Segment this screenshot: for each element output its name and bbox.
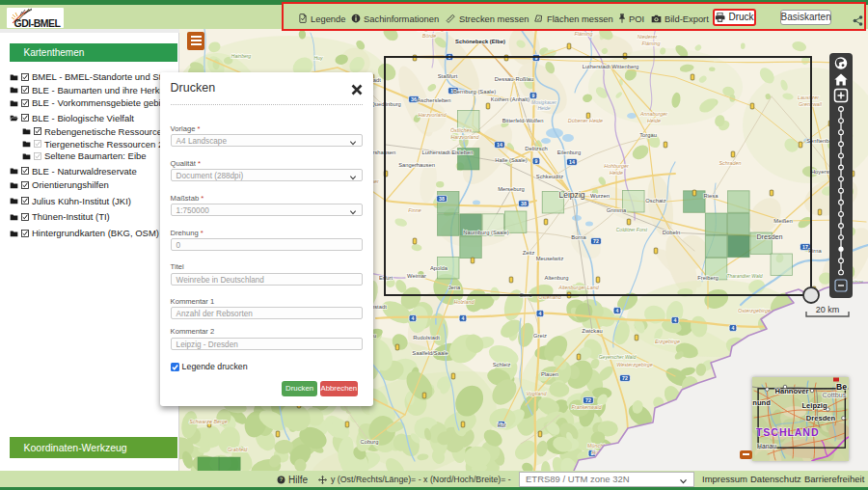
svg-text:Westerzgebirge: Westerzgebirge — [616, 362, 653, 368]
svg-text:Lausitzer: Lausitzer — [798, 95, 819, 100]
svg-text:4: 4 — [539, 311, 542, 316]
svg-text:Lutherstadt Wittenberg: Lutherstadt Wittenberg — [583, 64, 639, 69]
svg-text:38: 38 — [521, 201, 527, 206]
svg-text:Naumburg (Saale): Naumburg (Saale) — [463, 230, 508, 235]
svg-text:Leipzig: Leipzig — [558, 190, 584, 200]
svg-text:Fläming: Fläming — [574, 31, 592, 37]
svg-text:Torgau: Torgau — [639, 132, 657, 138]
svg-text:Schönebeck (Elbe): Schönebeck (Elbe) — [455, 39, 505, 44]
svg-text:Staßfurt: Staßfurt — [438, 73, 458, 79]
svg-text:Köthen (Anhalt): Köthen (Anhalt) — [491, 96, 529, 102]
svg-text:Schwarze Berge: Schwarze Berge — [189, 419, 228, 424]
svg-text:4: 4 — [616, 308, 619, 313]
svg-text:Saalfeld/Saale: Saalfeld/Saale — [412, 350, 448, 356]
svg-text:14: 14 — [497, 142, 502, 148]
svg-text:Dessau-Roßlau: Dessau-Roßlau — [495, 76, 533, 82]
svg-text:Freiberg: Freiberg — [697, 275, 719, 281]
svg-text:TSCHLAND: TSCHLAND — [756, 426, 819, 438]
svg-text:Annaburger: Annaburger — [639, 111, 667, 117]
svg-text:Östliches: Östliches — [450, 127, 472, 133]
svg-text:Merseburg: Merseburg — [498, 186, 525, 192]
svg-text:Harzvorland: Harzvorland — [418, 112, 447, 118]
svg-text:Riesa: Riesa — [704, 193, 719, 199]
svg-text:Erzgebirge: Erzgebirge — [655, 339, 680, 344]
svg-text:nund: nund — [752, 398, 771, 407]
svg-text:Hohburger: Hohburger — [604, 163, 629, 169]
svg-text:Erfurt: Erfurt — [379, 275, 393, 281]
svg-text:Schleiz: Schleiz — [493, 362, 511, 368]
svg-text:4: 4 — [732, 325, 735, 331]
svg-text:Hanau: Hanau — [757, 443, 776, 449]
svg-text:Hof: Hof — [497, 422, 505, 428]
svg-text:Eilenburg: Eilenburg — [557, 150, 582, 155]
svg-text:Aschersleben: Aschersleben — [417, 97, 450, 103]
svg-text:Meuselwitz: Meuselwitz — [536, 256, 564, 261]
svg-text:4: 4 — [674, 317, 677, 323]
svg-text:Dresden: Dresden — [756, 232, 782, 241]
svg-text:Finne: Finne — [408, 207, 421, 213]
svg-text:Bitterfeld-Wolfen: Bitterfeld-Wolfen — [502, 118, 544, 123]
svg-text:Oschatz: Oschatz — [645, 198, 665, 204]
svg-text:Dresden: Dresden — [806, 414, 836, 422]
svg-text:Niederer: Niederer — [637, 34, 658, 40]
svg-text:Delitzsch: Delitzsch — [525, 146, 548, 151]
svg-text:9: 9 — [535, 158, 538, 164]
svg-text:Heide: Heide — [537, 105, 550, 111]
svg-text:Tharandter Wald: Tharandter Wald — [726, 273, 762, 279]
svg-text:Grabfeld: Grabfeld — [228, 447, 249, 452]
svg-text:Apolda: Apolda — [430, 265, 448, 271]
svg-text:Döbeln: Döbeln — [663, 230, 680, 235]
svg-text:Harzvorland: Harzvorland — [450, 134, 479, 140]
svg-text:Fläming: Fläming — [641, 41, 660, 46]
svg-text:Leipzig: Leipzig — [801, 401, 827, 410]
svg-text:36: 36 — [411, 96, 417, 102]
svg-text:Borna: Borna — [571, 234, 586, 240]
svg-text:Sangerhausen: Sangerhausen — [398, 162, 435, 168]
svg-text:Bernburg (Saale): Bernburg (Saale) — [453, 89, 496, 95]
svg-text:Wurzen: Wurzen — [590, 193, 610, 199]
svg-text:Geyerscher Wald: Geyerscher Wald — [599, 354, 637, 360]
svg-text:Heide: Heide — [647, 118, 661, 123]
svg-text:Coburg: Coburg — [360, 439, 378, 445]
svg-text:Rudolstadt: Rudolstadt — [413, 335, 440, 340]
svg-text:9: 9 — [532, 93, 535, 98]
svg-text:72: 72 — [622, 375, 628, 381]
svg-text:Be: Be — [836, 382, 847, 392]
svg-text:Börde: Börde — [422, 33, 436, 39]
svg-text:Altenburger Land: Altenburger Land — [557, 285, 599, 290]
svg-text:Schraden: Schraden — [719, 160, 741, 166]
svg-text:Hannover: Hannover — [774, 387, 808, 395]
svg-text:Colditzer Forst: Colditzer Forst — [616, 227, 648, 232]
svg-text:Lutherstadt Eisleben: Lutherstadt Eisleben — [422, 150, 474, 155]
svg-text:4: 4 — [412, 315, 415, 321]
svg-text:17: 17 — [802, 244, 808, 250]
svg-text:Holzland: Holzland — [454, 299, 475, 305]
svg-text:Dübener Heide: Dübener Heide — [568, 118, 603, 123]
svg-text:Osterzgebirge: Osterzgebirge — [738, 308, 771, 313]
svg-text:Jena: Jena — [448, 285, 461, 290]
svg-text:Greiz: Greiz — [533, 333, 547, 339]
svg-text:Vogtland: Vogtland — [526, 391, 547, 396]
svg-text:Frankenwald: Frankenwald — [572, 404, 603, 410]
svg-text:Zeitz: Zeitz — [523, 250, 535, 256]
svg-text:Huy: Huy — [314, 55, 323, 61]
svg-text:Heide: Heide — [610, 170, 623, 176]
svg-text:Zwickau: Zwickau — [582, 328, 602, 334]
svg-text:14: 14 — [569, 159, 575, 165]
svg-text:4: 4 — [462, 315, 465, 321]
svg-text:Grimma: Grimma — [607, 207, 627, 213]
svg-text:72: 72 — [585, 397, 591, 403]
svg-text:Quedlinburg: Quedlinburg — [370, 101, 401, 107]
svg-text:38: 38 — [439, 196, 445, 202]
svg-text:Altenburg: Altenburg — [545, 275, 569, 281]
svg-text:?: ? — [280, 476, 284, 482]
svg-text:Weimar: Weimar — [407, 273, 426, 279]
svg-text:Hainberg: Hainberg — [231, 53, 252, 59]
svg-text:72: 72 — [593, 238, 599, 244]
svg-text:Plauen: Plauen — [541, 371, 558, 377]
svg-text:Halle (Saale): Halle (Saale) — [495, 157, 528, 163]
svg-text:Meißen: Meißen — [773, 218, 792, 224]
svg-text:Schkeuditz: Schkeuditz — [536, 174, 563, 179]
